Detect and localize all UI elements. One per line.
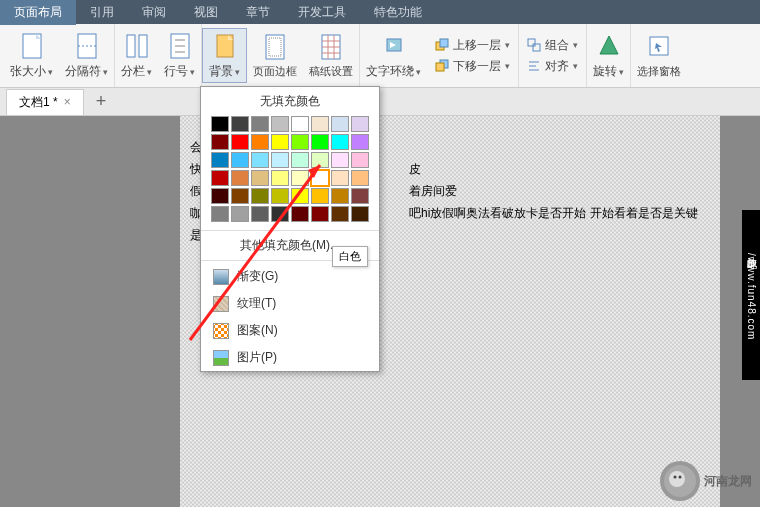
color-swatch[interactable]: [331, 134, 349, 150]
color-swatch[interactable]: [311, 134, 329, 150]
color-swatch[interactable]: [351, 188, 369, 204]
page-border-icon: [261, 32, 289, 62]
selection-pane-button[interactable]: 选择窗格: [631, 30, 687, 81]
color-swatch[interactable]: [291, 170, 309, 186]
color-swatch[interactable]: [251, 170, 269, 186]
color-swatch[interactable]: [251, 188, 269, 204]
color-swatch[interactable]: [251, 116, 269, 132]
text-wrap-icon: [380, 31, 408, 61]
color-swatch[interactable]: [251, 134, 269, 150]
color-swatch[interactable]: [271, 152, 289, 168]
tab-chapter[interactable]: 章节: [232, 0, 284, 25]
color-swatch[interactable]: [271, 188, 289, 204]
color-swatch[interactable]: [331, 188, 349, 204]
color-swatch[interactable]: [331, 116, 349, 132]
color-swatch[interactable]: [271, 116, 289, 132]
bring-forward-icon: [435, 38, 449, 52]
color-swatch[interactable]: [231, 206, 249, 222]
color-swatch[interactable]: [351, 152, 369, 168]
tab-developer[interactable]: 开发工具: [284, 0, 360, 25]
send-backward-button[interactable]: 下移一层▾: [431, 57, 514, 76]
color-swatch[interactable]: [271, 206, 289, 222]
color-swatch[interactable]: [311, 206, 329, 222]
color-swatch[interactable]: [231, 116, 249, 132]
line-number-icon: [166, 31, 194, 61]
tab-review[interactable]: 审阅: [128, 0, 180, 25]
pattern-icon: [213, 323, 229, 339]
color-swatch[interactable]: [211, 116, 229, 132]
selection-pane-icon: [645, 32, 673, 62]
color-swatch[interactable]: [351, 116, 369, 132]
color-swatch[interactable]: [211, 152, 229, 168]
color-swatch[interactable]: [331, 206, 349, 222]
color-swatch[interactable]: [291, 152, 309, 168]
color-swatch[interactable]: [351, 206, 369, 222]
group-button[interactable]: 组合▾: [523, 36, 582, 55]
gradient-item[interactable]: 渐变(G): [201, 263, 379, 290]
color-swatch[interactable]: [291, 188, 309, 204]
background-icon: [211, 31, 239, 61]
svg-rect-25: [533, 44, 540, 51]
align-button[interactable]: 对齐▾: [523, 57, 582, 76]
gradient-icon: [213, 269, 229, 285]
columns-icon: [123, 31, 151, 61]
color-swatch[interactable]: [231, 134, 249, 150]
align-icon: [527, 59, 541, 73]
color-swatch[interactable]: [211, 206, 229, 222]
color-swatch[interactable]: [211, 134, 229, 150]
tab-references[interactable]: 引用: [76, 0, 128, 25]
color-swatch[interactable]: [271, 134, 289, 150]
color-swatch[interactable]: [311, 116, 329, 132]
color-swatch[interactable]: [231, 152, 249, 168]
svg-point-36: [679, 476, 682, 479]
color-swatch[interactable]: [351, 170, 369, 186]
page-size-button[interactable]: 张大小▾: [4, 29, 59, 82]
paper-setting-button[interactable]: 稿纸设置: [303, 30, 359, 81]
text-wrap-button[interactable]: 文字环绕▾: [360, 29, 427, 82]
texture-item[interactable]: 纹理(T): [201, 290, 379, 317]
color-swatch[interactable]: [271, 170, 289, 186]
dropdown-title: 无填充颜色: [201, 87, 379, 114]
document-tab-label: 文档1 *: [19, 94, 58, 111]
pattern-item[interactable]: 图案(N): [201, 317, 379, 344]
color-tooltip: 白色: [332, 246, 368, 267]
background-button[interactable]: 背景▾: [202, 28, 247, 83]
color-swatch[interactable]: [211, 170, 229, 186]
color-swatch[interactable]: [291, 206, 309, 222]
color-swatch[interactable]: [231, 188, 249, 204]
color-swatch[interactable]: [211, 188, 229, 204]
rotate-button[interactable]: 旋转▾: [587, 29, 630, 82]
color-swatch[interactable]: [311, 170, 329, 186]
color-swatch[interactable]: [251, 206, 269, 222]
send-backward-icon: [435, 59, 449, 73]
svg-rect-3: [127, 35, 135, 57]
color-swatch[interactable]: [331, 170, 349, 186]
color-swatch[interactable]: [291, 116, 309, 132]
picture-icon: [213, 350, 229, 366]
color-swatch[interactable]: [291, 134, 309, 150]
side-watermark: 放肆吧/www.fun48.com: [742, 210, 760, 380]
columns-button[interactable]: 分栏▾: [115, 29, 158, 82]
new-tab-button[interactable]: +: [90, 91, 113, 112]
color-swatch[interactable]: [331, 152, 349, 168]
breaks-button[interactable]: 分隔符▾: [59, 29, 114, 82]
tab-special[interactable]: 特色功能: [360, 0, 436, 25]
svg-point-35: [674, 476, 677, 479]
tab-page-layout[interactable]: 页面布局: [0, 0, 76, 25]
color-swatch[interactable]: [231, 170, 249, 186]
page-border-button[interactable]: 页面边框: [247, 30, 303, 81]
svg-marker-29: [600, 36, 618, 54]
document-tab-1[interactable]: 文档1 * ×: [6, 89, 84, 115]
color-swatch[interactable]: [311, 152, 329, 168]
bring-forward-button[interactable]: 上移一层▾: [431, 36, 514, 55]
color-swatch[interactable]: [311, 188, 329, 204]
rotate-icon: [595, 31, 623, 61]
color-swatch[interactable]: [251, 152, 269, 168]
tab-view[interactable]: 视图: [180, 0, 232, 25]
line-number-button[interactable]: 行号▾: [158, 29, 201, 82]
picture-item[interactable]: 图片(P): [201, 344, 379, 371]
color-swatch[interactable]: [351, 134, 369, 150]
page-size-icon: [18, 31, 46, 61]
close-tab-icon[interactable]: ×: [64, 95, 71, 109]
corner-watermark: 河南龙网: [660, 461, 752, 501]
